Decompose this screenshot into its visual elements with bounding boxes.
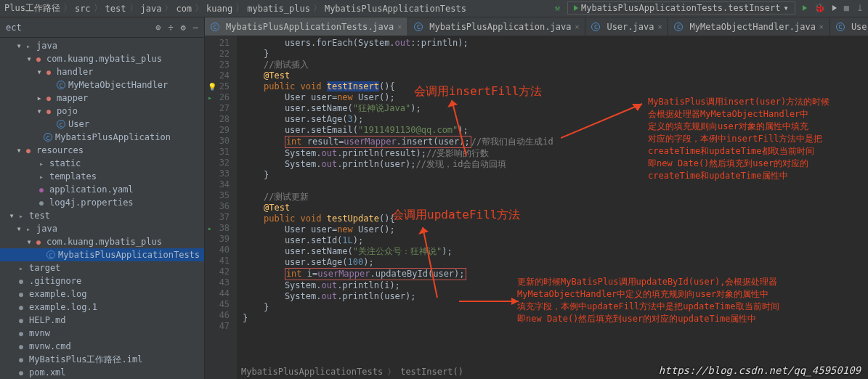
tree-item[interactable]: ▾▸java bbox=[0, 39, 204, 52]
tree-item[interactable]: ▸templates bbox=[0, 170, 204, 183]
note-insert-body: MyBatisPlus调用insert(user)方法的时候会根据处理器MyMe… bbox=[648, 96, 830, 182]
project-sidebar: ect ⊕ ÷ ⚙ — ▾▸java▾●com.kuang.mybatis_pl… bbox=[0, 17, 205, 379]
tree-item[interactable]: ●example.log.1 bbox=[0, 301, 204, 314]
breadcrumb-bar: Plus工作路径〉 src〉 test〉 java〉 com〉 kuang〉 m… bbox=[0, 0, 868, 17]
tree-item[interactable]: ●example.log bbox=[0, 288, 204, 301]
note-update-body: 更新的时候MyBatisPlus调用updateById(user),会根据处理… bbox=[517, 276, 779, 325]
bc-3[interactable]: java bbox=[141, 4, 162, 14]
gutter: 21222324💡25▸262728293031323334353637▸383… bbox=[205, 36, 237, 379]
tree-item[interactable]: ▾●pojo bbox=[0, 105, 204, 118]
editor-tabs: cMybatisPlusApplicationTests.java✕cMybat… bbox=[205, 17, 868, 36]
tree-item[interactable]: ●log4j.properties bbox=[0, 196, 204, 209]
tree-item[interactable]: ●mvnw bbox=[0, 327, 204, 340]
bc-5[interactable]: kuang bbox=[206, 4, 232, 14]
bc-1[interactable]: src bbox=[75, 4, 91, 14]
run-icon[interactable] bbox=[803, 5, 807, 11]
gear-icon[interactable]: ⚙ bbox=[181, 23, 186, 33]
bc-0[interactable]: Plus工作路径 bbox=[4, 2, 60, 15]
tree-item[interactable]: ▾▸test bbox=[0, 209, 204, 222]
tree-item[interactable]: ●application.yaml bbox=[0, 183, 204, 196]
tree-item[interactable]: ●mvnw.cmd bbox=[0, 340, 204, 353]
bc-2[interactable]: test bbox=[105, 4, 126, 14]
project-tree[interactable]: ▾▸java▾●com.kuang.mybatis_plus▾●handlerc… bbox=[0, 38, 204, 379]
note-update-title: 会调用updateFill方法 bbox=[392, 208, 520, 223]
editor-tab[interactable]: cUserMapper.java✕ bbox=[830, 17, 868, 36]
tree-item[interactable]: ▾●com.kuang.mybatis_plus bbox=[0, 52, 204, 65]
project-title: ect bbox=[6, 23, 22, 33]
editor-breadcrumb[interactable]: MybatisPlusApplicationTests〉testInsert() bbox=[237, 364, 468, 379]
tree-item[interactable]: ●MyBatisPlus工作路径.iml bbox=[0, 353, 204, 366]
editor-tab[interactable]: cMybatisPlusApplicationTests.java✕ bbox=[205, 17, 408, 36]
run-config-combo[interactable]: MybatisPlusApplicationTests.testInsert ▾ bbox=[567, 1, 795, 15]
tree-item[interactable]: cUser bbox=[0, 118, 204, 131]
watermark: https://blog.csdn.net/qq_45950109 bbox=[659, 364, 861, 376]
tree-item[interactable]: ▸target bbox=[0, 261, 204, 274]
tree-item[interactable]: ●.gitignore bbox=[0, 274, 204, 288]
debug-icon[interactable]: 🐞 bbox=[814, 3, 825, 13]
tree-item[interactable]: ▸static bbox=[0, 157, 204, 170]
bc-6[interactable]: mybatis_plus bbox=[247, 4, 310, 14]
tree-item[interactable]: ▾●resources bbox=[0, 144, 204, 157]
tree-item[interactable]: ●pom.xml bbox=[0, 366, 204, 379]
tree-item[interactable]: ▾●com.kuang.mybatis_plus bbox=[0, 235, 204, 248]
tree-item[interactable]: ▸●mapper bbox=[0, 91, 204, 105]
tree-item[interactable]: cMyMetaObjectHandler bbox=[0, 78, 204, 91]
tree-item[interactable]: ●HELP.md bbox=[0, 314, 204, 327]
stop-icon[interactable]: ■ bbox=[844, 3, 849, 13]
run-alt-icon[interactable] bbox=[832, 5, 837, 11]
editor-tab[interactable]: cUser.java✕ bbox=[585, 17, 668, 36]
play-icon bbox=[574, 5, 578, 11]
tree-item[interactable]: cMybatisPlusApplicationTests bbox=[0, 248, 204, 261]
tree-item[interactable]: cMybatisPlusApplication bbox=[0, 131, 204, 144]
hide-icon[interactable]: — bbox=[193, 23, 198, 33]
bc-4[interactable]: com bbox=[176, 4, 192, 14]
tree-item[interactable]: ▾▸java bbox=[0, 222, 204, 235]
note-insert-title: 会调用insertFill方法 bbox=[414, 84, 542, 99]
editor-tab[interactable]: cMybatisPlusApplication.java✕ bbox=[408, 17, 585, 36]
git-icon[interactable]: ⤓ bbox=[856, 3, 864, 13]
build-icon[interactable]: ⚒ bbox=[555, 3, 560, 13]
target-icon[interactable]: ⊕ bbox=[155, 23, 161, 33]
editor-tab[interactable]: cMyMetaObjectHandler.java✕ bbox=[668, 17, 830, 36]
bc-7[interactable]: MybatisPlusApplicationTests bbox=[325, 4, 466, 14]
tree-item[interactable]: ▾●handler bbox=[0, 65, 204, 78]
collapse-icon[interactable]: ÷ bbox=[168, 23, 173, 33]
code-area[interactable]: users.forEach(System.out::println); } //… bbox=[237, 36, 868, 379]
